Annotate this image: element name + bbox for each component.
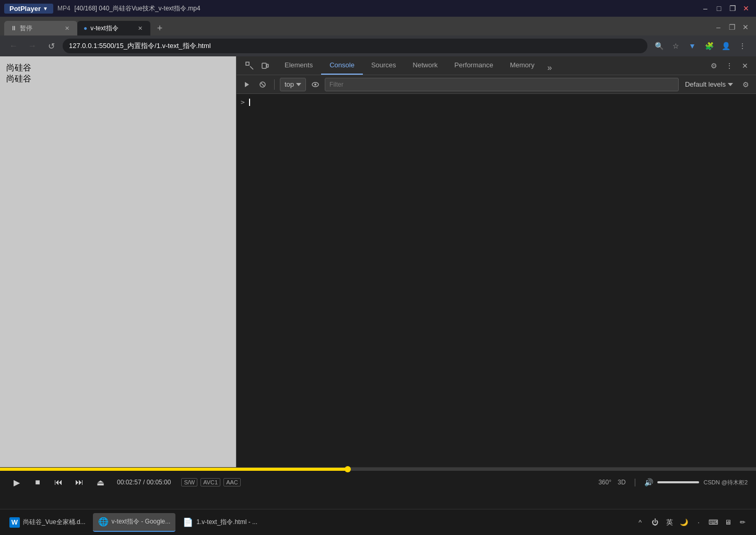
taskbar-item-chrome[interactable]: 🌐 v-text指令 - Google... [93,513,176,532]
browser-content: 尚硅谷 尚硅谷 [0,56,756,535]
browser-restore-button[interactable]: ❐ [726,21,738,33]
app-dropdown-icon[interactable]: ▼ [43,6,48,11]
tray-lang-icon[interactable]: 英 [664,517,675,528]
extension-icon[interactable]: ▼ [685,39,700,53]
more-tabs-button[interactable]: » [543,61,557,75]
tray-moon-icon[interactable]: 🌙 [679,517,689,528]
eye-icon[interactable] [309,78,322,91]
tab-close-paused[interactable]: ✕ [63,24,71,32]
fullscreen-button[interactable]: ❐ [727,3,738,14]
mode-360-label[interactable]: 360° [598,479,611,486]
devtools-dock-icons [239,59,276,73]
maximize-button[interactable]: □ [713,3,725,14]
eject-button[interactable]: ⏏ [92,474,109,491]
profile-icon[interactable]: 👤 [718,39,733,53]
play-button[interactable]: ▶ [8,474,25,491]
browser-minimize-button[interactable]: – [712,21,725,33]
forward-button[interactable]: → [25,39,40,53]
taskbar: W 尚硅谷_Vue全家桶.d... 🌐 v-text指令 - Google...… [0,509,756,535]
tray-edit-icon[interactable]: ✏ [737,517,748,528]
toolbar-separator [274,79,275,90]
tray-keyboard-icon[interactable]: ⌨ [708,517,718,528]
minimize-button[interactable]: – [700,3,711,14]
browser-tab-vtext[interactable]: ● v-text指令 ✕ [77,21,150,35]
window-controls: – □ ❐ ✕ [700,3,752,14]
show-hidden-icons[interactable]: ^ [635,517,645,528]
close-button[interactable]: ✕ [740,3,752,14]
address-input[interactable] [63,39,647,53]
devtools-settings-icon[interactable]: ⚙ [707,59,720,73]
console-cursor [249,99,250,106]
taskbar-item-word-label: 尚硅谷_Vue全家桶.d... [23,518,86,527]
menu-icon[interactable]: ⋮ [735,39,750,53]
device-toolbar-icon[interactable] [258,59,272,73]
bookmark-icon[interactable]: ☆ [668,39,683,53]
tab-close-vtext[interactable]: ✕ [136,24,144,32]
refresh-button[interactable]: ↺ [44,39,58,53]
browser-window: ⏸ 暂停 ✕ ● v-text指令 ✕ + – ❐ ✕ ← → ↺ 🔍 ☆ ▼ … [0,17,756,535]
prev-button[interactable]: ⏮ [50,474,67,491]
console-chevron-icon[interactable]: > [241,98,245,106]
clear-console-icon[interactable] [256,78,269,91]
app-label: PotPlayer [9,5,41,13]
window-title: [40/168] 040_尚硅谷Vue技术_v-text指令.mp4 [75,4,695,13]
svg-rect-0 [246,62,249,65]
tray-dot-icon: · [693,517,704,528]
tab-memory[interactable]: Memory [502,56,543,75]
browser-window-controls: – ❐ ✕ [708,21,756,35]
tab-label-paused: 暂停 [20,24,32,33]
browser-titlebar: ⏸ 暂停 ✕ ● v-text指令 ✕ + – ❐ ✕ [0,17,756,35]
tray-power-icon[interactable]: ⏻ [649,517,660,528]
log-levels-label: Default levels [685,80,726,88]
format-tag-aac: AAC [223,478,241,486]
page-line1: 尚硅谷 [6,63,230,74]
log-levels-button[interactable]: Default levels [682,79,736,89]
tab-sources[interactable]: Sources [363,56,405,75]
format-tags: S/W AVC1 AAC [181,478,240,486]
tab-favicon-paused: ⏸ [10,25,17,32]
extensions-icon[interactable]: 🧩 [702,39,716,53]
app-name[interactable]: PotPlayer ▼ [4,4,53,14]
back-button[interactable]: ← [6,39,21,53]
mode-3d-label[interactable]: 3D [618,479,625,486]
svg-marker-3 [245,82,249,87]
tab-performance[interactable]: Performance [446,56,501,75]
tab-favicon-vtext: ● [84,25,87,32]
tab-console[interactable]: Console [321,56,363,75]
mediaplayer-controls: ▶ ■ ⏮ ⏭ ⏏ 00:02:57 / 00:05:00 S/W AVC1 A… [0,471,756,494]
word-icon: W [9,517,20,528]
context-selector[interactable]: top [280,78,306,91]
svg-point-8 [314,84,316,86]
volume-bar[interactable] [657,481,699,483]
stop-button[interactable]: ■ [29,474,46,491]
tray-screen-icon[interactable]: 🖥 [723,517,733,528]
svg-rect-1 [262,63,266,68]
taskbar-item-chrome-label: v-text指令 - Google... [112,517,171,526]
tab-network[interactable]: Network [405,56,446,75]
tab-elements[interactable]: Elements [276,56,321,75]
devtools-close-icon[interactable]: ✕ [738,59,752,73]
browser-tab-paused[interactable]: ⏸ 暂停 ✕ [4,21,77,35]
progress-bar[interactable] [0,468,756,471]
volume-icon: 🔊 [644,478,653,486]
filter-input[interactable] [325,78,679,91]
console-toolbar: top Default levels [237,75,756,94]
new-tab-button[interactable]: + [152,21,167,35]
zoom-icon[interactable]: 🔍 [652,39,666,53]
taskbar-item-vscode[interactable]: 📄 1.v-text_指令.html - ... [178,513,263,532]
run-script-icon[interactable] [241,78,253,91]
browser-close-button[interactable]: ✕ [739,21,752,33]
app-type-badge: MP4 [57,5,70,12]
address-bar: ← → ↺ 🔍 ☆ ▼ 🧩 👤 ⋮ [0,35,756,56]
svg-marker-9 [728,83,733,86]
taskbar-item-word[interactable]: W 尚硅谷_Vue全家桶.d... [4,513,91,532]
page-line2: 尚硅谷 [6,74,230,85]
volume-fill [657,481,699,483]
vscode-icon: 📄 [183,517,193,527]
next-button[interactable]: ⏭ [71,474,88,491]
svg-marker-6 [296,83,301,86]
progress-thumb[interactable] [345,466,351,472]
console-settings-icon[interactable]: ⚙ [739,78,752,91]
inspect-element-icon[interactable] [243,59,256,73]
devtools-more-icon[interactable]: ⋮ [723,59,736,73]
